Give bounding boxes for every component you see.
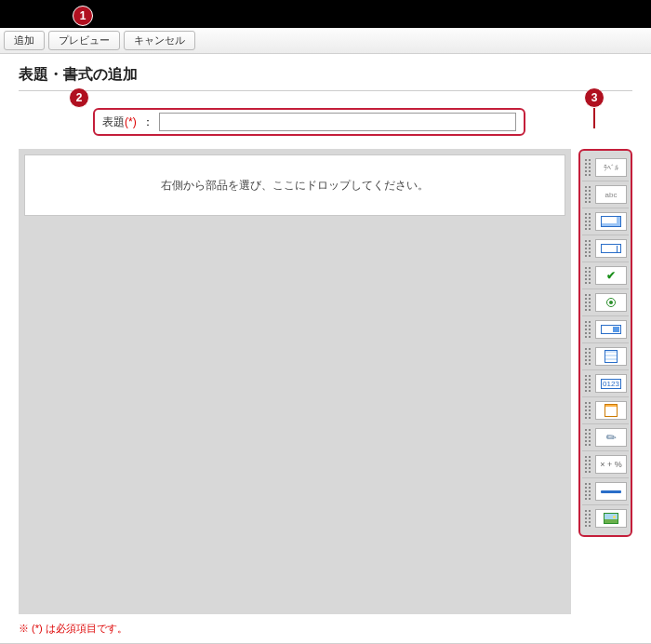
work-area: 右側から部品を選び、ここにドロップしてください。 ﾗﾍﾞﾙ abc — [19, 149, 632, 614]
required-mark: (*) — [125, 115, 137, 128]
palette-textarea[interactable] — [582, 208, 629, 235]
palette-textbox[interactable] — [582, 235, 629, 262]
listbox-icon — [604, 350, 618, 363]
text-icon: abc — [605, 191, 618, 199]
drag-grip-icon — [584, 374, 591, 393]
preview-button-top[interactable]: プレビュー — [48, 31, 120, 50]
palette-label[interactable]: ﾗﾍﾞﾙ — [582, 154, 629, 181]
title-label: 表題 — [102, 114, 125, 130]
palette-radio[interactable] — [582, 289, 629, 316]
palette-separator[interactable] — [582, 478, 629, 505]
callout-3: 3 — [584, 87, 604, 108]
drop-hint: 右側から部品を選び、ここにドロップしてください。 — [161, 178, 429, 194]
required-footnote: ※ (*) は必須項目です。 — [19, 622, 632, 636]
calc-icon: × + % — [600, 460, 622, 469]
image-icon — [604, 513, 618, 524]
textarea-icon — [601, 216, 621, 227]
drop-zone[interactable]: 右側から部品を選び、ここにドロップしてください。 — [24, 154, 565, 216]
separator-icon — [601, 490, 621, 493]
drag-grip-icon — [584, 239, 591, 258]
drag-grip-icon — [584, 347, 591, 366]
drag-grip-icon — [584, 158, 591, 177]
cancel-button-top[interactable]: キャンセル — [124, 31, 195, 50]
component-palette: ﾗﾍﾞﾙ abc ✔ — [578, 149, 632, 537]
content-area: 表題・書式の追加 表題 (*) ： 右側から部品を選び、ここにドロップしてくださ… — [0, 54, 651, 643]
drag-grip-icon — [584, 428, 591, 447]
label-icon: ﾗﾍﾞﾙ — [604, 164, 618, 172]
page-title: 表題・書式の追加 — [19, 65, 632, 91]
top-toolbar: 追加 プレビュー キャンセル — [0, 28, 651, 54]
palette-listbox[interactable] — [582, 343, 629, 370]
checkbox-icon: ✔ — [606, 269, 616, 282]
title-field-row: 表題 (*) ： — [93, 108, 525, 136]
title-input[interactable] — [159, 113, 516, 131]
paperclip-icon: ✎ — [603, 429, 619, 447]
select-icon — [601, 325, 621, 334]
palette-calendar[interactable] — [582, 397, 629, 424]
drop-zone-container: 右側から部品を選び、ここにドロップしてください。 — [19, 149, 571, 614]
drag-grip-icon — [584, 266, 591, 285]
callout-3-connector — [593, 108, 595, 128]
palette-static-text[interactable]: abc — [582, 181, 629, 208]
drag-grip-icon — [584, 482, 591, 501]
drag-grip-icon — [584, 320, 591, 339]
add-button-top[interactable]: 追加 — [4, 31, 45, 50]
textbox-icon — [601, 244, 621, 253]
drag-grip-icon — [584, 293, 591, 312]
drag-grip-icon — [584, 509, 591, 528]
title-colon: ： — [142, 114, 153, 130]
drag-grip-icon — [584, 185, 591, 204]
radio-icon — [606, 298, 616, 307]
drag-grip-icon — [584, 212, 591, 231]
callout-1: 1 — [73, 6, 93, 26]
number-icon: 0123 — [601, 379, 621, 389]
palette-image[interactable] — [582, 505, 629, 531]
palette-select[interactable] — [582, 316, 629, 343]
calendar-icon — [604, 404, 618, 417]
drag-grip-icon — [584, 401, 591, 420]
top-black-bar — [0, 0, 651, 28]
palette-checkbox[interactable]: ✔ — [582, 262, 629, 289]
callout-2: 2 — [69, 87, 89, 108]
drag-grip-icon — [584, 455, 591, 474]
palette-attachment[interactable]: ✎ — [582, 424, 629, 451]
palette-calculation[interactable]: × + % — [582, 451, 629, 478]
palette-number[interactable]: 0123 — [582, 370, 629, 397]
